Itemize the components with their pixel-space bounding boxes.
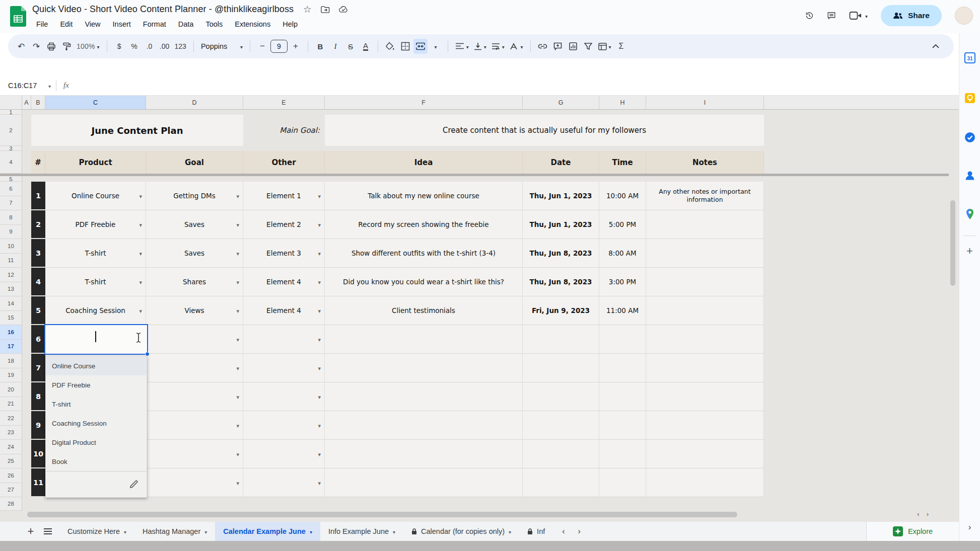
row-header[interactable]: 5 — [0, 177, 22, 182]
date-cell[interactable]: Thu, Jun 1, 2023 — [523, 210, 599, 239]
hide-toolbar-button[interactable] — [929, 39, 943, 54]
dropdown-arrow-icon[interactable] — [318, 392, 321, 401]
time-cell[interactable] — [599, 354, 646, 382]
goal-cell[interactable] — [146, 411, 243, 440]
goal-cell[interactable]: Getting DMs — [146, 182, 243, 210]
idea-cell[interactable] — [325, 411, 523, 440]
column-header[interactable]: I — [646, 96, 764, 109]
dropdown-option[interactable]: T-shirt — [46, 395, 147, 414]
column-header[interactable]: D — [146, 96, 243, 109]
sheet-tab[interactable]: Calendar Example June — [215, 522, 320, 541]
idea-cell[interactable]: Record my screen showing the freebie — [325, 210, 523, 239]
table-header-cell[interactable]: Other — [243, 151, 325, 174]
goal-cell[interactable] — [146, 325, 243, 354]
join-call-button[interactable] — [849, 11, 868, 21]
dropdown-arrow-icon[interactable] — [236, 421, 239, 429]
idea-cell[interactable] — [325, 354, 523, 382]
notes-cell[interactable] — [646, 325, 764, 354]
goal-cell[interactable]: Saves — [146, 210, 243, 239]
dropdown-arrow-icon[interactable] — [318, 364, 321, 372]
tab-menu-arrow[interactable] — [393, 527, 395, 535]
dropdown-arrow-icon[interactable] — [139, 306, 142, 314]
collapse-panel-chevron[interactable]: › — [968, 522, 971, 532]
text-rotation-button[interactable] — [508, 39, 525, 54]
goal-cell[interactable] — [146, 382, 243, 411]
notes-cell[interactable] — [646, 468, 764, 497]
horizontal-scrollbar-thumb[interactable] — [27, 512, 737, 517]
move-folder-icon[interactable] — [321, 5, 330, 14]
font-select[interactable]: Poppins — [199, 39, 245, 54]
borders-button[interactable] — [398, 39, 412, 54]
menu-item[interactable]: Data — [173, 19, 199, 30]
dropdown-arrow-icon[interactable] — [318, 220, 321, 228]
idea-cell[interactable]: Did you know you could wear a t-shirt li… — [325, 268, 523, 296]
date-cell[interactable] — [523, 411, 599, 440]
row-header[interactable]: 1 — [0, 110, 22, 115]
time-cell[interactable]: 3:00 PM — [599, 268, 646, 296]
zoom-select[interactable]: 100% — [75, 39, 102, 54]
row-header[interactable]: 16 — [0, 325, 22, 340]
row-header[interactable]: 13 — [0, 282, 22, 297]
time-cell[interactable] — [599, 440, 646, 468]
contacts-icon[interactable] — [964, 170, 975, 183]
table-header-cell[interactable]: Notes — [646, 151, 764, 174]
idea-cell[interactable]: Show different outfits with the t-shirt … — [325, 239, 523, 268]
row-header[interactable]: 8 — [0, 210, 22, 225]
sheets-logo[interactable] — [10, 6, 26, 27]
goal-cell[interactable] — [146, 440, 243, 468]
idea-cell[interactable] — [325, 382, 523, 411]
date-cell[interactable] — [523, 468, 599, 497]
text-wrap-button[interactable] — [489, 39, 507, 54]
row-header[interactable]: 27 — [0, 483, 22, 498]
date-cell[interactable]: Thu, Jun 1, 2023 — [523, 182, 599, 210]
other-cell[interactable] — [243, 440, 325, 468]
share-button[interactable]: Share — [881, 5, 942, 26]
horizontal-scrollbar[interactable]: ‹ › — [22, 511, 939, 518]
table-views-dropdown[interactable] — [596, 39, 613, 54]
tab-menu-arrow[interactable] — [310, 527, 312, 535]
dropdown-option[interactable]: Online Course — [46, 356, 147, 375]
document-title[interactable]: Quick Video - Short Video Content Planne… — [32, 4, 294, 15]
time-cell[interactable] — [599, 411, 646, 440]
star-icon[interactable] — [303, 5, 312, 14]
row-header[interactable]: 3 — [0, 146, 22, 151]
menu-item[interactable]: Edit — [55, 19, 78, 30]
vertical-scrollbar[interactable] — [950, 110, 956, 511]
notes-cell[interactable] — [646, 239, 764, 268]
row-header[interactable]: 19 — [0, 368, 22, 383]
print-button[interactable] — [44, 39, 58, 54]
date-cell[interactable]: Thu, Jun 8, 2023 — [523, 268, 599, 296]
table-header-cell[interactable]: Idea — [325, 151, 523, 174]
menu-item[interactable]: Help — [277, 19, 303, 30]
table-header-cell[interactable]: Product — [45, 151, 146, 174]
date-cell[interactable]: Thu, Jun 8, 2023 — [523, 239, 599, 268]
get-add-ons-icon[interactable]: + — [966, 245, 973, 258]
date-cell[interactable] — [523, 382, 599, 411]
fill-color-button[interactable] — [383, 39, 397, 54]
edit-dropdown-rule-button[interactable] — [46, 471, 147, 497]
create-filter-button[interactable] — [581, 39, 595, 54]
dropdown-arrow-icon[interactable] — [318, 450, 321, 458]
decrease-font-size-button[interactable]: − — [255, 39, 269, 54]
row-header[interactable]: 22 — [0, 411, 22, 426]
frozen-rows-divider[interactable] — [0, 174, 949, 176]
row-header[interactable]: 25 — [0, 454, 22, 469]
add-sheet-button[interactable]: + — [23, 525, 38, 538]
row-header[interactable]: 7 — [0, 196, 22, 211]
sheet-title-cell[interactable]: June Content Plan — [31, 115, 243, 146]
menu-item[interactable]: Insert — [108, 19, 136, 30]
table-header-cell[interactable]: Goal — [146, 151, 243, 174]
select-all-corner[interactable] — [0, 96, 22, 109]
row-header[interactable]: 15 — [0, 311, 22, 326]
row-header[interactable]: 24 — [0, 440, 22, 454]
dropdown-arrow-icon[interactable] — [236, 192, 239, 200]
sheet-tab[interactable]: Inf — [519, 522, 553, 541]
dropdown-arrow-icon[interactable] — [139, 220, 142, 228]
dropdown-arrow-icon[interactable] — [318, 306, 321, 314]
row-header[interactable]: 6 — [0, 182, 22, 196]
table-header-cell[interactable]: Time — [599, 151, 646, 174]
name-box[interactable]: C16:C17 — [0, 82, 48, 90]
dropdown-arrow-icon[interactable] — [318, 479, 321, 487]
dropdown-arrow-icon[interactable] — [139, 278, 142, 286]
dropdown-option[interactable]: PDF Freebie — [46, 375, 147, 395]
